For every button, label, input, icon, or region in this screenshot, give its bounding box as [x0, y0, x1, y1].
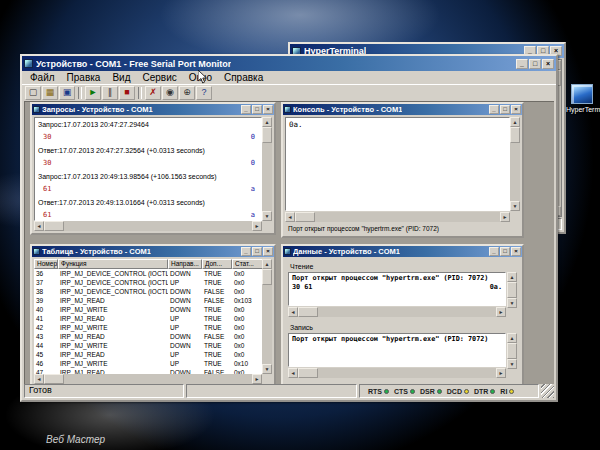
scrollbar-track[interactable]	[262, 143, 272, 211]
horizontal-scrollbar[interactable]: ◄►	[285, 212, 510, 222]
maximize-button[interactable]: □	[500, 247, 510, 256]
horizontal-scrollbar[interactable]: ◄►	[34, 374, 262, 384]
scrollbar-track[interactable]	[318, 307, 496, 317]
scrollbar-down-arrow[interactable]: ▼	[507, 298, 517, 308]
scrollbar-track[interactable]	[64, 221, 252, 231]
minimize-button[interactable]: _	[489, 105, 499, 114]
vertical-scrollbar[interactable]: ▲▼	[262, 259, 272, 374]
horizontal-scrollbar[interactable]: ◄►	[34, 221, 262, 231]
scrollbar-up-arrow[interactable]: ▲	[507, 333, 517, 343]
scrollbar-up-arrow[interactable]: ▲	[262, 259, 272, 269]
close-button[interactable]: ×	[263, 247, 273, 256]
scrollbar-thumb[interactable]	[44, 374, 64, 384]
table-row[interactable]: 41IRP_MJ_READUPTRUE0x0	[34, 314, 262, 323]
close-button[interactable]: ×	[263, 105, 273, 114]
requests-window[interactable]: Запросы - Устройство - COM1 _□× Запрос:1…	[30, 102, 276, 235]
table-row[interactable]: 40IRP_MJ_WRITEDOWNTRUE0x0	[34, 305, 262, 314]
menu-item[interactable]: Файл	[24, 72, 61, 83]
scrollbar-up-arrow[interactable]: ▲	[507, 272, 517, 282]
vertical-scrollbar[interactable]: ▲▼	[262, 117, 272, 221]
scrollbar-right-arrow[interactable]: ►	[496, 368, 506, 378]
table-row[interactable]: 36IRP_MJ_DEVICE_CONTROL (IOCTL_DOWNTRUE0…	[34, 269, 262, 278]
data-window[interactable]: Данные - Устройство - COM1 _□× Чтение По…	[281, 244, 524, 384]
table-row[interactable]: 44IRP_MJ_WRITEDOWNTRUE0x0	[34, 341, 262, 350]
minimize-button[interactable]: _	[241, 247, 251, 256]
minimize-button[interactable]: _	[489, 247, 499, 256]
scrollbar-track[interactable]	[510, 143, 520, 201]
scrollbar-down-arrow[interactable]: ▼	[507, 359, 517, 369]
scrollbar-track[interactable]	[262, 285, 272, 364]
requests-titlebar[interactable]: Запросы - Устройство - COM1 _□×	[32, 104, 274, 115]
column-header[interactable]: Стат...	[232, 259, 262, 269]
column-header[interactable]: Номер	[34, 259, 58, 269]
scrollbar-track[interactable]	[315, 212, 500, 222]
scrollbar-thumb[interactable]	[295, 212, 315, 222]
table-row[interactable]: 37IRP_MJ_DEVICE_CONTROL (IOCTL_UPTRUE0x0	[34, 278, 262, 287]
zoom-icon[interactable]: ⊕	[179, 86, 195, 100]
console-titlebar[interactable]: Консоль - Устройство - COM1 _□×	[283, 104, 522, 115]
scrollbar-down-arrow[interactable]: ▼	[262, 364, 272, 374]
open-icon[interactable]: ▦	[42, 86, 58, 100]
start-monitoring-icon[interactable]: ►	[85, 86, 101, 100]
pause-monitoring-icon[interactable]: ∥	[102, 86, 118, 100]
scrollbar-thumb[interactable]	[262, 269, 272, 285]
serial-monitor-window[interactable]: Устройство - COM1 - Free Serial Port Mon…	[20, 54, 558, 402]
scrollbar-left-arrow[interactable]: ◄	[34, 221, 44, 231]
scrollbar-track[interactable]	[318, 368, 496, 378]
horizontal-scrollbar[interactable]: ◄►	[288, 307, 506, 317]
minimize-button[interactable]: _	[241, 105, 251, 114]
save-icon[interactable]: ▣	[59, 86, 75, 100]
scrollbar-thumb[interactable]	[262, 127, 272, 143]
column-header[interactable]: Функция	[58, 259, 168, 269]
column-header[interactable]: Направ...	[168, 259, 202, 269]
column-header[interactable]: Доп...	[202, 259, 232, 269]
table-window[interactable]: Таблица - Устройство - COM1 _□× НомерФун…	[30, 244, 276, 384]
scrollbar-down-arrow[interactable]: ▼	[510, 201, 520, 211]
table-row[interactable]: 45IRP_MJ_READUPTRUE0x0	[34, 350, 262, 359]
scrollbar-thumb[interactable]	[507, 282, 517, 298]
maximize-button[interactable]: □	[500, 105, 510, 114]
help-hint-icon[interactable]: ?	[196, 86, 212, 100]
scrollbar-thumb[interactable]	[298, 368, 318, 378]
scrollbar-left-arrow[interactable]: ◄	[34, 374, 44, 384]
scrollbar-thumb[interactable]	[298, 307, 318, 317]
scrollbar-left-arrow[interactable]: ◄	[288, 307, 298, 317]
scrollbar-up-arrow[interactable]: ▲	[262, 117, 272, 127]
main-titlebar[interactable]: Устройство - COM1 - Free Serial Port Mon…	[22, 56, 556, 71]
scrollbar-track[interactable]	[64, 374, 252, 384]
menu-item[interactable]: Сервис	[136, 72, 182, 83]
vertical-scrollbar[interactable]: ▲▼	[507, 333, 517, 367]
table-row[interactable]: 46IRP_MJ_WRITEUPTRUE0x10	[34, 359, 262, 368]
find-icon[interactable]: ◉	[162, 86, 178, 100]
horizontal-scrollbar[interactable]: ◄►	[288, 368, 506, 378]
desktop-icon-hyperterminal[interactable]: HyperTerminal	[566, 84, 598, 114]
table-row[interactable]: 42IRP_MJ_WRITEUPTRUE0x0	[34, 323, 262, 332]
data-titlebar[interactable]: Данные - Устройство - COM1 _□×	[283, 246, 522, 257]
vertical-scrollbar[interactable]: ▲▼	[507, 272, 517, 306]
scrollbar-right-arrow[interactable]: ►	[252, 221, 262, 231]
menu-item[interactable]: Правка	[61, 72, 107, 83]
scrollbar-down-arrow[interactable]: ▼	[262, 211, 272, 221]
close-button[interactable]: ×	[511, 105, 521, 114]
scrollbar-thumb[interactable]	[44, 221, 64, 231]
scrollbar-thumb[interactable]	[510, 127, 520, 143]
resize-grip[interactable]	[541, 384, 554, 398]
table-row[interactable]: 38IRP_MJ_DEVICE_CONTROL (IOCTL_DOWNFALSE…	[34, 287, 262, 296]
maximize-button[interactable]: □	[529, 59, 541, 69]
scrollbar-left-arrow[interactable]: ◄	[285, 212, 295, 222]
scrollbar-thumb[interactable]	[507, 343, 517, 359]
vertical-scrollbar[interactable]: ▲▼	[510, 117, 520, 211]
scrollbar-up-arrow[interactable]: ▲	[510, 117, 520, 127]
scrollbar-right-arrow[interactable]: ►	[500, 212, 510, 222]
clear-icon[interactable]: ✗	[145, 86, 161, 100]
minimize-button[interactable]: _	[516, 59, 528, 69]
menu-item[interactable]: Справка	[218, 72, 269, 83]
console-window[interactable]: Консоль - Устройство - COM1 _□× 0a. ▲▼ ◄…	[281, 102, 524, 238]
maximize-button[interactable]: □	[252, 247, 262, 256]
new-session-icon[interactable]: ▢	[25, 86, 41, 100]
close-button[interactable]: ×	[511, 247, 521, 256]
maximize-button[interactable]: □	[252, 105, 262, 114]
scrollbar-right-arrow[interactable]: ►	[252, 374, 262, 384]
scrollbar-left-arrow[interactable]: ◄	[288, 368, 298, 378]
table-row[interactable]: 43IRP_MJ_READDOWNFALSE0x0	[34, 332, 262, 341]
